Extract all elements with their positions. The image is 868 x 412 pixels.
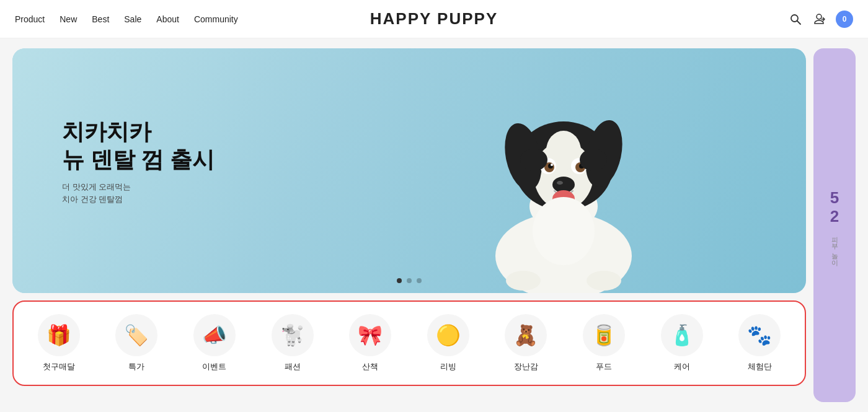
hero-section: 치카치카 뉴 덴탈 껌 출시 더 맛있게 오래먹는 치아 건강 덴탈껌 — [12, 48, 806, 402]
nav-right: 0 — [789, 11, 853, 28]
walk-icon: 🎀 — [349, 314, 391, 356]
dog-image — [334, 48, 794, 293]
dot-2[interactable] — [407, 278, 412, 283]
category-item-event[interactable]: 📣 이벤트 — [190, 314, 239, 372]
walk-label: 산책 — [362, 361, 378, 372]
cart-badge[interactable]: 0 — [836, 11, 853, 28]
svg-line-1 — [797, 20, 801, 24]
experience-icon: 🐾 — [738, 314, 781, 356]
category-item-experience[interactable]: 🐾 체험단 — [735, 314, 784, 372]
nav-item-community[interactable]: Community — [194, 14, 238, 24]
fashion-label: 패션 — [285, 361, 301, 372]
svg-point-18 — [557, 181, 563, 185]
main-content: 치카치카 뉴 덴탈 껌 출시 더 맛있게 오래먹는 치아 건강 덴탈껌 — [0, 38, 868, 412]
category-box: 🎁 첫구매달 🏷️ 특가 📣 이벤트 🐩 패션 🎀 산책 — [12, 300, 806, 386]
care-icon: 🧴 — [661, 314, 703, 356]
svg-point-20 — [533, 197, 595, 265]
first-buy-icon: 🎁 — [38, 314, 80, 356]
category-item-sale[interactable]: 🏷️ 특가 — [112, 314, 161, 372]
experience-label: 체험단 — [748, 361, 772, 372]
hero-title: 치카치카 뉴 덴탈 껌 출시 — [62, 117, 215, 173]
category-item-first-buy[interactable]: 🎁 첫구매달 — [34, 314, 84, 372]
category-item-walk[interactable]: 🎀 산책 — [345, 314, 395, 372]
category-item-living[interactable]: 🟡 리빙 — [423, 314, 473, 372]
toy-label: 장난감 — [514, 361, 538, 372]
side-banner-sub2: 놀이 — [830, 248, 839, 261]
nav-center: HAPPY PUPPY — [370, 9, 498, 28]
svg-point-21 — [506, 271, 541, 291]
living-label: 리빙 — [440, 361, 456, 372]
search-icon[interactable] — [789, 12, 802, 26]
svg-point-15 — [551, 164, 553, 166]
nav-item-new[interactable]: New — [60, 14, 77, 24]
sale-label: 특가 — [128, 361, 144, 372]
side-banner-sub1: 피부 — [830, 232, 839, 245]
event-icon: 📣 — [193, 314, 236, 356]
fashion-icon: 🐩 — [272, 314, 314, 356]
nav-item-about[interactable]: About — [156, 14, 179, 24]
dot-1[interactable] — [397, 278, 402, 283]
dot-3[interactable] — [417, 278, 422, 283]
living-icon: 🟡 — [427, 314, 469, 356]
navbar: Product New Best Sale About Community HA… — [0, 0, 868, 38]
slider-dots — [397, 278, 422, 283]
site-logo[interactable]: HAPPY PUPPY — [370, 9, 498, 28]
first-buy-label: 첫구매달 — [43, 361, 75, 372]
category-item-toy[interactable]: 🧸 장난감 — [501, 314, 551, 372]
nav-left: Product New Best Sale About Community — [15, 14, 238, 24]
category-section: 🎁 첫구매달 🏷️ 특가 📣 이벤트 🐩 패션 🎀 산책 — [12, 300, 806, 386]
nav-item-sale[interactable]: Sale — [124, 14, 141, 24]
event-label: 이벤트 — [202, 361, 226, 372]
hero-subtitle: 더 맛있게 오래먹는 치아 건강 덴탈껌 — [62, 180, 215, 206]
care-label: 케어 — [674, 361, 690, 372]
nav-item-product[interactable]: Product — [15, 14, 45, 24]
svg-point-24 — [580, 149, 607, 171]
toy-icon: 🧸 — [505, 314, 547, 356]
side-banner-number2: 2 — [830, 208, 839, 224]
hero-slider[interactable]: 치카치카 뉴 덴탈 껌 출시 더 맛있게 오래먹는 치아 건강 덴탈껌 — [12, 48, 806, 293]
category-item-care[interactable]: 🧴 케어 — [657, 314, 707, 372]
side-banner[interactable]: 5 2 피부 놀이 — [813, 48, 856, 402]
svg-point-23 — [520, 149, 547, 171]
food-label: 푸드 — [596, 361, 612, 372]
login-icon[interactable] — [812, 12, 826, 26]
nav-item-best[interactable]: Best — [92, 14, 109, 24]
svg-point-22 — [587, 271, 621, 291]
category-item-fashion[interactable]: 🐩 패션 — [268, 314, 317, 372]
category-item-food[interactable]: 🥫 푸드 — [579, 314, 629, 372]
hero-text: 치카치카 뉴 덴탈 껌 출시 더 맛있게 오래먹는 치아 건강 덴탈껌 — [62, 117, 215, 206]
side-banner-number1: 5 — [830, 190, 839, 206]
hero-slide-1: 치카치카 뉴 덴탈 껌 출시 더 맛있게 오래먹는 치아 건강 덴탈껌 — [12, 48, 806, 293]
sale-icon: 🏷️ — [115, 314, 157, 356]
food-icon: 🥫 — [583, 314, 625, 356]
